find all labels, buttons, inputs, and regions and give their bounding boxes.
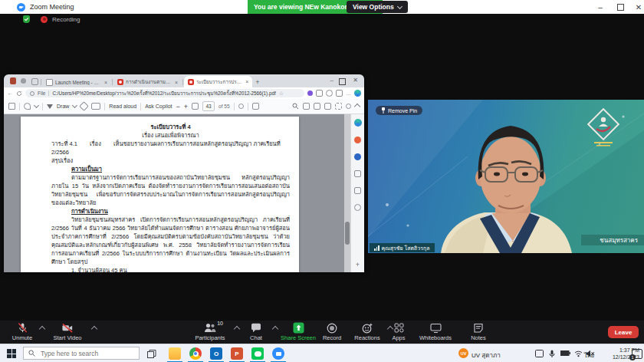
minimize-button[interactable]: – [592, 0, 609, 14]
whiteboards-button[interactable]: Whiteboards [414, 322, 457, 341]
remove-pin-button[interactable]: Remove Pin [376, 106, 422, 115]
fullscreen-icon[interactable] [335, 103, 342, 110]
more-menu-icon[interactable]: … [346, 90, 351, 96]
recording-icon[interactable] [41, 16, 48, 23]
site-info-icon[interactable] [30, 91, 34, 96]
start-button[interactable] [7, 349, 16, 358]
pdf-viewer[interactable]: ระเบียบวาระที่ 4 เรื่อง เสนอเพื่อพิจารณา… [4, 114, 350, 272]
signal-icon [374, 245, 380, 251]
ask-copilot-button[interactable]: Ask Copilot [145, 104, 172, 109]
read-aloud-button[interactable]: Read aloud [109, 104, 136, 109]
scrollbar-thumb[interactable] [345, 222, 350, 245]
browser-maximize-button[interactable] [339, 78, 346, 85]
battery-icon[interactable] [560, 350, 570, 357]
tablet-mode-icon[interactable] [535, 350, 544, 357]
start-video-button[interactable]: Start Video [46, 322, 89, 341]
notification-badge: 1 [629, 354, 636, 360]
tray-microphone-icon[interactable] [549, 350, 555, 358]
workspaces-icon[interactable] [31, 78, 38, 85]
tab-close-icon[interactable]: × [104, 80, 107, 85]
tab-activity-icon[interactable] [21, 78, 26, 84]
pinned-video-tile[interactable]: ชนสมุทรสาคร [368, 100, 644, 253]
collections-icon[interactable] [316, 90, 323, 97]
new-tab-button[interactable]: + [255, 78, 259, 86]
pdf-toolbar: Draw Read aloud Ask Copilot − + 43 of 55 [4, 99, 364, 114]
share-screen-button[interactable]: Share Screen [276, 322, 320, 341]
favorites-icon[interactable] [326, 90, 333, 97]
close-button[interactable]: ✕ [630, 0, 644, 14]
pdf-scrollbar[interactable] [344, 114, 350, 272]
screen: Zoom Meeting You are viewing NEw Kanokon… [0, 0, 644, 362]
video-options-chevron[interactable] [91, 326, 97, 332]
outlook-icon[interactable]: O [210, 347, 222, 360]
rotate-icon[interactable] [238, 104, 244, 109]
task-view-icon[interactable] [147, 350, 156, 358]
eraser-icon[interactable] [79, 101, 89, 111]
action-center-icon[interactable]: 1 [632, 349, 642, 359]
view-options-button[interactable]: View Options [347, 1, 408, 13]
notes-button[interactable]: Notes [462, 322, 495, 341]
powerpoint-icon[interactable]: P [231, 347, 243, 360]
back-icon[interactable]: ← [7, 90, 13, 97]
record-button[interactable]: Record [316, 322, 348, 341]
fit-page-icon[interactable] [192, 103, 199, 110]
tab-close-icon[interactable]: × [175, 80, 178, 85]
draw-label[interactable]: Draw [57, 104, 69, 109]
maximize-button[interactable] [612, 0, 629, 14]
print-icon[interactable] [303, 103, 310, 110]
sidebar-tool-icon[interactable] [354, 170, 361, 177]
draw-icon[interactable] [47, 104, 53, 109]
copilot-icon[interactable] [354, 90, 361, 97]
sidebar-office-icon[interactable] [354, 137, 361, 143]
refresh-icon[interactable] [16, 90, 22, 97]
language-indicator[interactable]: ไทย [584, 350, 594, 360]
app-title: Zoom Meeting [30, 3, 74, 11]
browser-close-button[interactable]: ✕ [353, 77, 358, 84]
capture-icon[interactable] [252, 103, 259, 110]
sidebar-tool-icon[interactable] [354, 204, 361, 211]
tab-launch-meeting[interactable]: Launch Meeting - Zoom × [42, 77, 111, 87]
search-document-icon[interactable] [292, 103, 299, 110]
search-input[interactable] [39, 349, 134, 358]
tab-close-icon[interactable]: × [245, 79, 248, 84]
favorites-star-icon[interactable]: ☆ [279, 90, 284, 97]
user-avatar[interactable]: UV [458, 348, 468, 358]
network-icon[interactable] [574, 350, 583, 357]
sidebar-outlook-icon[interactable] [354, 153, 361, 160]
chat-button[interactable]: Chat [242, 322, 271, 341]
address-bar[interactable]: File C:/Users/HP%20me/Desktop/วาระ%20ครั… [25, 89, 304, 97]
sidebar-tool-icon[interactable] [354, 187, 361, 194]
camera-off-icon [61, 322, 74, 334]
taskbar-search[interactable] [23, 347, 140, 360]
save-icon[interactable] [314, 103, 320, 110]
line-icon[interactable] [251, 347, 264, 360]
extension-icon[interactable] [307, 90, 313, 96]
tab-pdf-secondary[interactable]: การดำเนินงานตามมติ (1).pdf × [113, 77, 182, 87]
file-explorer-icon[interactable] [169, 347, 181, 360]
browser-profile-icon[interactable] [10, 77, 16, 84]
reactions-button[interactable]: Reactions [350, 322, 385, 341]
sidebar-add-icon[interactable]: + [356, 261, 360, 268]
chrome-icon[interactable] [189, 347, 202, 360]
unmute-options-chevron[interactable] [39, 326, 45, 332]
edit-icon[interactable] [324, 103, 331, 110]
zoom-taskbar-icon[interactable] [272, 347, 284, 360]
sidebar-copilot-icon[interactable] [354, 119, 362, 127]
participants-options-chevron[interactable] [234, 326, 240, 332]
browser-minimize-button[interactable]: – [330, 77, 334, 84]
split-screen-icon[interactable] [336, 90, 343, 97]
zoom-out-icon[interactable]: − [176, 103, 180, 110]
participants-button[interactable]: 10 Participants [190, 322, 230, 341]
page-number-input[interactable]: 43 [202, 101, 215, 111]
zoom-app-icon [17, 3, 25, 12]
collapse-toolbar-icon[interactable] [354, 103, 360, 109]
highlighter-icon[interactable] [24, 103, 31, 110]
apps-button[interactable]: Apps [383, 322, 414, 341]
toc-icon[interactable] [8, 103, 15, 110]
page-view-icon[interactable] [91, 103, 100, 110]
settings-gear-icon[interactable] [346, 104, 351, 109]
unmute-button[interactable]: Unmute [5, 322, 40, 341]
leave-button[interactable]: Leave [608, 326, 639, 338]
zoom-in-icon[interactable]: + [184, 103, 188, 110]
tab-pdf-active[interactable]: ระเบียบวาระการประชุม ครั้งที่ 12-2... × [184, 76, 252, 87]
